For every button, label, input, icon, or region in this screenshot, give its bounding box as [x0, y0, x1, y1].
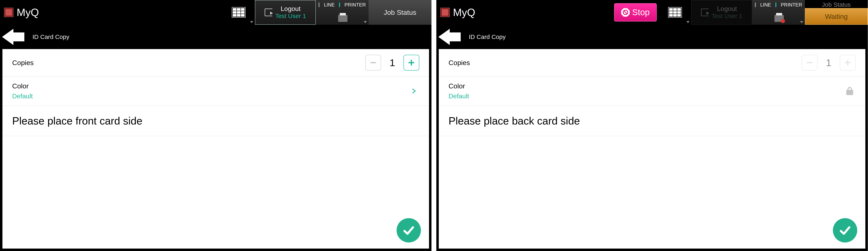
line-indicator-label: LINE: [760, 2, 771, 8]
dropdown-caret-icon: [686, 21, 690, 23]
stop-button[interactable]: Stop: [614, 3, 657, 22]
line-indicator-label: LINE: [324, 2, 335, 8]
app-logo-icon: [4, 8, 13, 17]
logout-icon: [265, 8, 272, 16]
logout-button[interactable]: Logout Test User 1: [255, 0, 316, 25]
logout-user: Test User 1: [275, 12, 306, 20]
breadcrumb-label: ID Card Copy: [32, 33, 69, 40]
printer-mini-icon: [774, 15, 784, 22]
stop-icon: [621, 8, 630, 16]
job-waiting-bar: Waiting: [805, 8, 868, 25]
job-status-label: Job Status: [822, 0, 851, 8]
confirm-button[interactable]: [833, 218, 857, 243]
color-value: Default: [12, 93, 33, 100]
indicator-panel[interactable]: LINE PRINTER: [752, 0, 805, 25]
screen-back: MyQ Stop Logout Test User 1 LINE: [436, 0, 868, 251]
logout-label: Logout: [275, 5, 306, 12]
decrement-button[interactable]: [365, 55, 381, 71]
back-arrow-icon[interactable]: [438, 29, 463, 45]
color-row: Color Default: [439, 76, 865, 106]
job-waiting-label: Waiting: [825, 12, 848, 21]
keypad-button[interactable]: [222, 0, 255, 25]
lock-icon: [846, 87, 853, 95]
breadcrumb-bar: ID Card Copy: [436, 25, 868, 49]
color-value: Default: [448, 93, 469, 100]
logout-icon: [701, 8, 709, 16]
decrement-button: [802, 55, 817, 71]
app-logo-icon: [440, 8, 450, 17]
content-area: Copies 1 Color Default Please place: [439, 49, 865, 249]
confirm-button[interactable]: [397, 218, 421, 243]
printer-indicator-label: PRINTER: [344, 2, 366, 8]
keypad-icon: [668, 7, 682, 17]
job-status-button[interactable]: Job Status: [369, 0, 431, 25]
breadcrumb-label: ID Card Copy: [469, 33, 506, 40]
logout-button: Logout Test User 1: [691, 0, 752, 25]
app-segment: MyQ: [0, 0, 81, 25]
check-icon: [402, 224, 415, 237]
app-segment: MyQ: [436, 0, 497, 25]
check-icon: [838, 224, 852, 237]
logout-user: Test User 1: [712, 12, 742, 20]
line-indicator-icon: [319, 3, 319, 7]
keypad-icon: [232, 7, 246, 17]
copies-value: 1: [387, 57, 397, 68]
copies-label: Copies: [12, 59, 34, 67]
instruction-message: Please place front card side: [12, 115, 143, 127]
copies-stepper: 1: [365, 55, 419, 71]
printer-indicator-icon: [339, 3, 340, 7]
copies-stepper: 1: [802, 55, 856, 71]
job-status-label: Job Status: [384, 8, 416, 16]
chevron-right-icon: [411, 88, 417, 94]
stop-segment: Stop: [612, 0, 659, 25]
copies-row: Copies 1: [439, 49, 865, 76]
topbar: MyQ Stop Logout Test User 1 LINE: [436, 0, 868, 25]
message-row: Please place front card side: [2, 106, 429, 136]
plus-icon: [844, 59, 852, 67]
minus-icon: [369, 59, 377, 67]
dropdown-caret-icon: [250, 21, 253, 23]
dropdown-caret-icon: [800, 21, 803, 23]
back-arrow-icon[interactable]: [2, 29, 26, 45]
instruction-message: Please place back card side: [448, 115, 580, 127]
minus-icon: [805, 59, 814, 67]
copies-value: 1: [824, 57, 834, 68]
indicator-panel[interactable]: LINE PRINTER: [316, 0, 369, 25]
printer-mini-icon: [338, 15, 347, 22]
message-row: Please place back card side: [439, 106, 865, 136]
increment-button[interactable]: [403, 55, 419, 71]
dropdown-caret-icon: [364, 21, 367, 23]
printer-indicator-label: PRINTER: [781, 2, 802, 8]
breadcrumb-bar: ID Card Copy: [0, 25, 431, 49]
color-label: Color: [448, 82, 465, 90]
app-title: MyQ: [453, 6, 475, 19]
increment-button: [840, 55, 856, 71]
color-row[interactable]: Color Default: [2, 76, 429, 106]
job-status-button[interactable]: Job Status Waiting: [805, 0, 868, 25]
logout-label: Logout: [712, 5, 742, 12]
content-area: Copies 1 Color Default Please place: [2, 49, 429, 249]
topbar: MyQ Logout Test User 1 LINE PRINTER: [0, 0, 431, 25]
copies-row: Copies 1: [2, 49, 429, 76]
line-indicator-icon: [755, 3, 756, 7]
screen-front: MyQ Logout Test User 1 LINE PRINTER: [0, 0, 431, 251]
color-label: Color: [12, 82, 29, 90]
copies-label: Copies: [448, 59, 470, 67]
stop-label: Stop: [632, 7, 650, 17]
plus-icon: [407, 59, 415, 67]
printer-indicator-icon: [775, 3, 776, 7]
app-title: MyQ: [17, 6, 39, 19]
keypad-button[interactable]: [659, 0, 691, 25]
